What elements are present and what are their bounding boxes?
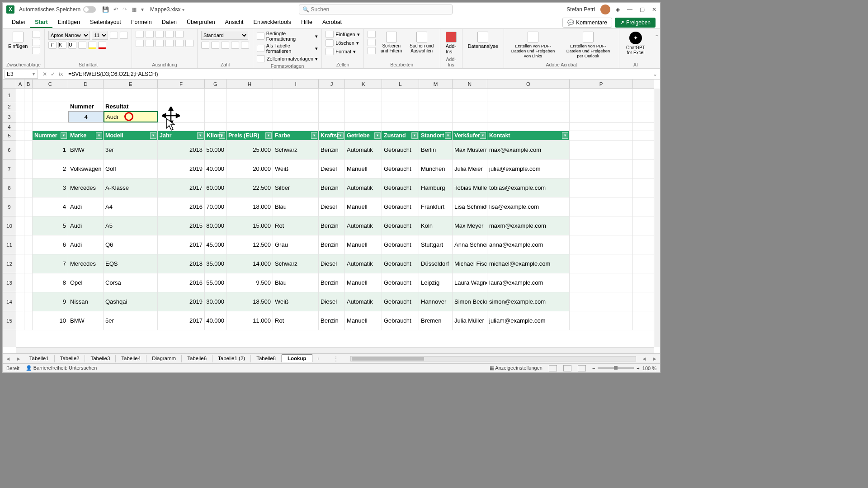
- cell[interactable]: Gebraucht: [382, 178, 419, 197]
- cell[interactable]: 14.000: [226, 254, 273, 273]
- cell[interactable]: Blau: [273, 197, 319, 216]
- cell[interactable]: [24, 254, 33, 273]
- cell[interactable]: Benzin: [319, 141, 345, 159]
- clear-icon[interactable]: [368, 47, 376, 54]
- filter-icon[interactable]: ▾: [96, 132, 102, 139]
- sheet-tab-tabelle4[interactable]: Tabelle4: [116, 355, 146, 362]
- cell[interactable]: Gebraucht: [382, 216, 419, 235]
- cell[interactable]: BMW: [68, 141, 104, 159]
- cell[interactable]: Manuell: [345, 160, 382, 178]
- tab-formeln[interactable]: Formeln: [127, 17, 156, 28]
- cell[interactable]: [24, 235, 33, 254]
- tab-entwicklertools[interactable]: Entwicklertools: [249, 17, 296, 28]
- cell[interactable]: Düsseldorf: [419, 254, 453, 273]
- expand-formula-icon[interactable]: ⌄: [650, 71, 660, 77]
- cell[interactable]: A5: [104, 216, 158, 235]
- cell[interactable]: Gebraucht: [382, 292, 419, 311]
- cell[interactable]: Bremen: [419, 311, 453, 330]
- sort-filter-button[interactable]: Sortieren und Filtern: [378, 31, 405, 54]
- cell[interactable]: Benzin: [319, 178, 345, 197]
- cell[interactable]: [16, 123, 24, 131]
- cell[interactable]: Marke▾: [68, 131, 104, 140]
- tab-daten[interactable]: Daten: [157, 17, 181, 28]
- col-header-P[interactable]: P: [570, 80, 633, 88]
- cell[interactable]: [419, 89, 453, 102]
- cell[interactable]: Getriebe▾: [345, 131, 382, 140]
- cell[interactable]: Schwarz: [273, 141, 319, 159]
- username[interactable]: Stefan Petri: [566, 6, 595, 13]
- font-name-select[interactable]: Aptos Narrow: [48, 31, 90, 40]
- page-break-view-icon[interactable]: [578, 365, 586, 371]
- inc-dec-icon[interactable]: [231, 42, 239, 49]
- cell[interactable]: Leipzig: [419, 273, 453, 292]
- delete-cells-button[interactable]: Löschen ▾: [326, 39, 359, 47]
- row-header-6[interactable]: 6: [3, 141, 16, 160]
- tab-datei[interactable]: Datei: [7, 17, 29, 28]
- cell[interactable]: Laura Wagne: [453, 273, 487, 292]
- cell[interactable]: [33, 123, 68, 131]
- cell[interactable]: Diesel: [319, 292, 345, 311]
- cell[interactable]: Audi: [68, 216, 104, 235]
- col-header-F[interactable]: F: [158, 80, 205, 88]
- cell[interactable]: 2016: [158, 197, 205, 216]
- cell[interactable]: Julia Meier: [453, 160, 487, 178]
- data-analysis-button[interactable]: Datenanalyse: [466, 31, 500, 50]
- cell[interactable]: 18.000: [226, 197, 273, 216]
- cell[interactable]: [226, 102, 273, 111]
- enter-icon[interactable]: ✓: [51, 71, 55, 77]
- sheet-tab-tabelle3[interactable]: Tabelle3: [85, 355, 116, 362]
- cell[interactable]: Hannover: [419, 292, 453, 311]
- cell[interactable]: [419, 111, 453, 122]
- cell[interactable]: 12.500: [226, 235, 273, 254]
- comments-button[interactable]: 💬 Kommentare: [562, 18, 612, 28]
- cell[interactable]: Tobias Mülle: [453, 178, 487, 197]
- cell[interactable]: [104, 89, 158, 102]
- cell[interactable]: Kraftst▾: [319, 131, 345, 140]
- cell[interactable]: [570, 141, 633, 159]
- cell[interactable]: [419, 123, 453, 131]
- save-icon[interactable]: 💾: [102, 6, 109, 13]
- cell[interactable]: Corsa: [104, 273, 158, 292]
- tab-seitenlayout[interactable]: Seitenlayout: [85, 17, 126, 28]
- shrink-font-icon[interactable]: [120, 32, 128, 39]
- cell[interactable]: [382, 102, 419, 111]
- cell[interactable]: [453, 102, 487, 111]
- cell[interactable]: [16, 141, 24, 159]
- row-header-1[interactable]: 1: [3, 89, 16, 102]
- cell[interactable]: Max Mustern: [453, 141, 487, 159]
- accessibility-status[interactable]: 👤 Barrierefreiheit: Untersuchen: [26, 365, 97, 371]
- zoom-control[interactable]: − + 100 %: [592, 366, 656, 371]
- fx-icon[interactable]: fx: [59, 71, 63, 77]
- cell[interactable]: [487, 102, 570, 111]
- cell[interactable]: [382, 123, 419, 131]
- cell[interactable]: 50.000: [205, 141, 226, 159]
- cell[interactable]: 2: [33, 160, 68, 178]
- row-header-2[interactable]: 2: [3, 102, 16, 111]
- cell[interactable]: EQS: [104, 254, 158, 273]
- cell[interactable]: [205, 111, 226, 122]
- cell[interactable]: Diesel: [319, 254, 345, 273]
- cell[interactable]: Verkäufer▾: [453, 131, 487, 140]
- cell[interactable]: [24, 178, 33, 197]
- cell[interactable]: [158, 102, 205, 111]
- cell[interactable]: 15.000: [226, 216, 273, 235]
- col-header-A[interactable]: A: [16, 80, 24, 88]
- cell[interactable]: [24, 123, 33, 131]
- cell[interactable]: 2018: [158, 141, 205, 159]
- format-painter-icon[interactable]: [32, 47, 40, 54]
- cell[interactable]: Manuell: [345, 235, 382, 254]
- sheet-hscrollbar[interactable]: [350, 356, 636, 361]
- col-header-D[interactable]: D: [68, 80, 104, 88]
- dec-dec-icon[interactable]: [241, 42, 249, 49]
- cell[interactable]: 5: [33, 216, 68, 235]
- row-header-11[interactable]: 11: [3, 235, 16, 254]
- cell[interactable]: [68, 89, 104, 102]
- cell[interactable]: Schwarz: [273, 254, 319, 273]
- col-header-K[interactable]: K: [345, 80, 382, 88]
- cell[interactable]: 9: [33, 292, 68, 311]
- zoom-slider[interactable]: [598, 367, 634, 369]
- redo-icon[interactable]: ↷: [123, 6, 127, 13]
- wrap-icon[interactable]: [175, 31, 184, 38]
- sheet-nav-prev[interactable]: ◄: [3, 356, 13, 361]
- cell[interactable]: julia@example.com: [487, 160, 570, 178]
